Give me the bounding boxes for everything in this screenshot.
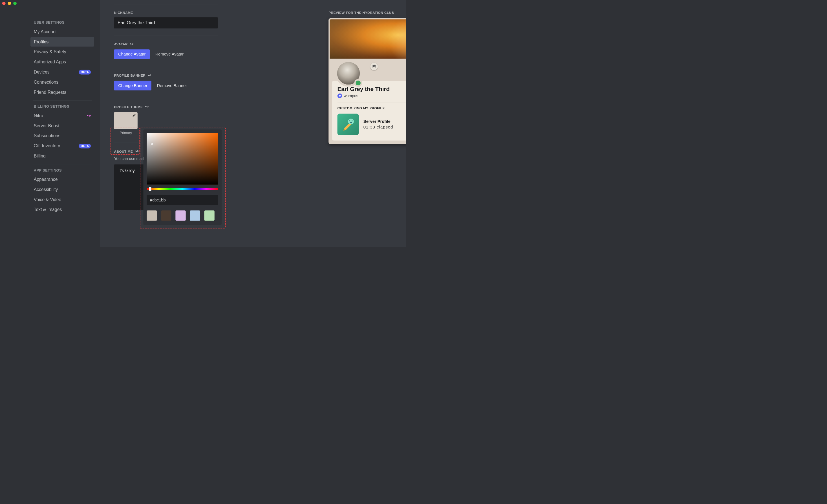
section-billing-settings: BILLING SETTINGS: [34, 105, 94, 109]
label-text: AVATAR: [114, 42, 128, 46]
sidebar-item-gift-inventory[interactable]: Gift Inventory BETA: [31, 141, 94, 151]
beta-badge: BETA: [79, 144, 91, 149]
sidebar-item-label: Text & Images: [34, 207, 62, 212]
sidebar-item-subscriptions[interactable]: Subscriptions: [31, 131, 94, 141]
beta-badge: BETA: [79, 70, 91, 75]
sidebar-item-appearance[interactable]: Appearance: [31, 175, 94, 184]
label-text: PROFILE BANNER: [114, 74, 145, 78]
activity-elapsed: 01:33 elapsed: [363, 125, 393, 129]
sidebar-item-label: Connections: [34, 80, 58, 85]
svg-rect-12: [339, 95, 341, 96]
color-swatch-3[interactable]: [190, 211, 200, 221]
window-traffic-lights: [2, 2, 17, 5]
profile-theme-label: PROFILE THEME: [114, 105, 335, 110]
avatar-label: AVATAR: [114, 42, 335, 47]
primary-theme-label: Primary: [114, 131, 137, 135]
divider: [338, 102, 406, 102]
sidebar-item-label: Privacy & Safety: [34, 49, 66, 54]
svg-point-3: [132, 43, 133, 44]
sidebar-item-devices[interactable]: Devices BETA: [31, 67, 94, 77]
online-status-icon: [354, 79, 362, 87]
svg-point-7: [147, 106, 148, 107]
sidebar-item-text-images[interactable]: Text & Images: [31, 205, 94, 214]
label-text: ABOUT ME: [114, 150, 133, 154]
hue-slider-thumb[interactable]: [149, 187, 151, 191]
color-swatch-0[interactable]: [147, 211, 157, 221]
nitro-icon: [135, 149, 139, 154]
activity-pencil-icon: [338, 114, 359, 135]
sidebar-item-profiles[interactable]: Profiles: [31, 37, 94, 47]
hex-input[interactable]: [147, 195, 218, 205]
label-text: PROFILE THEME: [114, 105, 143, 109]
sidebar-item-label: Devices: [34, 70, 50, 75]
color-cursor[interactable]: [151, 143, 153, 145]
color-saturation-panel[interactable]: [147, 133, 218, 185]
section-app-settings: APP SETTINGS: [34, 168, 94, 172]
sidebar-item-friend-requests[interactable]: Friend Requests: [31, 88, 94, 97]
nitro-icon: [145, 105, 149, 110]
preview-username: wumpus: [344, 94, 358, 98]
traffic-light-minimize[interactable]: [8, 2, 11, 5]
sidebar-item-label: Server Boost: [34, 123, 59, 128]
profile-banner: [330, 19, 406, 59]
remove-avatar-button[interactable]: Remove Avatar: [155, 52, 184, 57]
sidebar-item-privacy-safety[interactable]: Privacy & Safety: [31, 47, 94, 57]
svg-point-15: [348, 119, 353, 124]
sidebar-item-label: Appearance: [34, 177, 58, 182]
sidebar-item-nitro[interactable]: Nitro: [31, 111, 94, 121]
preview-header: PREVIEW FOR THE HYDRATION CLUB: [329, 11, 406, 15]
svg-point-17: [352, 120, 352, 121]
nickname-input[interactable]: [114, 17, 218, 29]
sidebar-item-my-account[interactable]: My Account: [31, 27, 94, 37]
customizing-label: CUSTOMIZING MY PROFILE: [338, 106, 406, 110]
svg-point-14: [340, 96, 340, 96]
avatar-container: [335, 60, 363, 88]
hue-slider[interactable]: [147, 188, 218, 190]
sidebar-item-label: Nitro: [34, 113, 43, 118]
sidebar-item-label: Subscriptions: [34, 133, 60, 138]
sidebar-item-billing[interactable]: Billing: [31, 151, 94, 161]
sidebar-item-label: Friend Requests: [34, 90, 66, 95]
svg-point-9: [137, 151, 138, 152]
sidebar-item-label: Accessibility: [34, 187, 58, 192]
sidebar-item-label: My Account: [34, 29, 57, 34]
sidebar-item-label: Gift Inventory: [34, 144, 60, 149]
suggested-swatches: [147, 211, 218, 221]
sidebar-item-accessibility[interactable]: Accessibility: [31, 185, 94, 194]
sidebar-item-label: Voice & Video: [34, 197, 61, 202]
sidebar-item-label: Authorized Apps: [34, 59, 66, 64]
nitro-icon: [130, 42, 134, 47]
sidebar-item-authorized-apps[interactable]: Authorized Apps: [31, 57, 94, 67]
remove-banner-button[interactable]: Remove Banner: [157, 83, 187, 88]
sidebar-item-server-boost[interactable]: Server Boost: [31, 121, 94, 130]
primary-theme-swatch[interactable]: [114, 112, 137, 129]
color-swatch-4[interactable]: [204, 211, 214, 221]
svg-point-5: [150, 75, 151, 76]
traffic-light-close[interactable]: [2, 2, 6, 5]
color-picker-popover: [143, 129, 221, 225]
nickname-label: NICKNAME: [114, 11, 335, 15]
section-user-settings: USER SETTINGS: [34, 20, 94, 25]
bot-badge-icon: [338, 94, 342, 98]
sidebar-item-label: Profiles: [34, 39, 48, 44]
settings-content: NICKNAME AVATAR Change Avatar Remove Ava…: [100, 0, 406, 247]
change-avatar-button[interactable]: Change Avatar: [114, 49, 150, 59]
edit-banner-button[interactable]: [370, 63, 378, 70]
traffic-light-zoom[interactable]: [13, 2, 17, 5]
color-swatch-2[interactable]: [176, 211, 186, 221]
settings-sidebar: USER SETTINGS My Account Profiles Privac…: [0, 0, 100, 247]
nitro-icon: [87, 114, 91, 118]
svg-point-16: [349, 120, 350, 121]
sidebar-item-voice-video[interactable]: Voice & Video: [31, 195, 94, 205]
change-banner-button[interactable]: Change Banner: [114, 81, 151, 91]
sidebar-item-label: Billing: [34, 154, 46, 159]
color-swatch-1[interactable]: [161, 211, 171, 221]
nitro-icon: [147, 73, 151, 78]
pencil-icon: [132, 114, 136, 118]
profile-banner-label: PROFILE BANNER: [114, 73, 335, 78]
sidebar-item-connections[interactable]: Connections: [31, 77, 94, 87]
svg-point-1: [89, 115, 90, 116]
profile-preview-card: Earl Grey the Third wumpus CUSTOMIZING M…: [329, 18, 406, 144]
activity-name: Server Profile: [363, 119, 393, 124]
